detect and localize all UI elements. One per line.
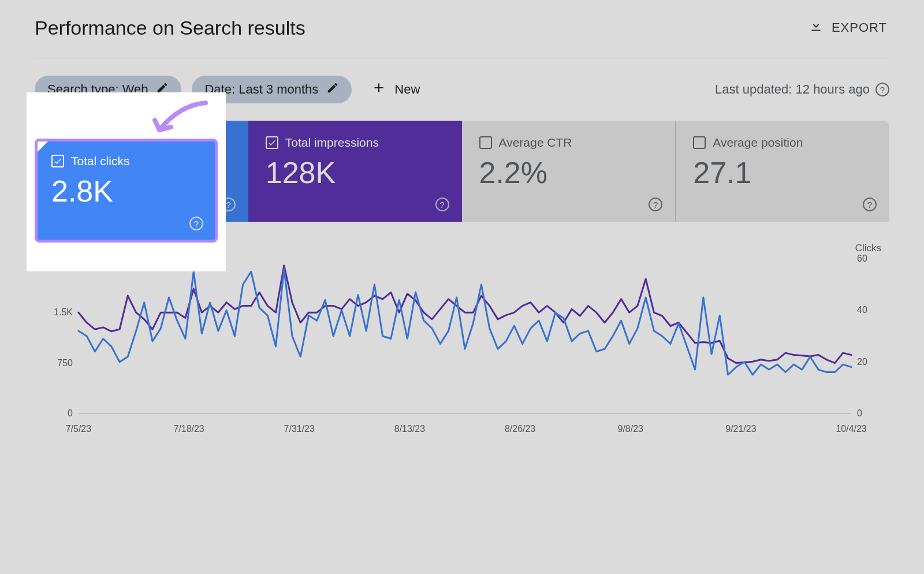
card-impressions-label: Total impressions <box>285 136 379 150</box>
svg-text:9/8/23: 9/8/23 <box>618 424 643 434</box>
card-impressions-value: 128K <box>266 155 445 190</box>
help-icon[interactable]: ? <box>875 83 889 96</box>
checkbox-icon <box>266 136 278 149</box>
svg-text:0: 0 <box>68 408 73 418</box>
card-average-position[interactable]: Average position 27.1 ? <box>676 121 889 222</box>
svg-text:7/18/23: 7/18/23 <box>173 424 204 434</box>
svg-text:8/13/23: 8/13/23 <box>394 424 425 434</box>
page-title: Performance on Search results <box>35 17 305 39</box>
card-clicks-label: Total clicks <box>71 154 130 168</box>
svg-text:750: 750 <box>57 358 73 368</box>
arrow-icon <box>148 98 217 144</box>
last-updated-text: Last updated: 12 hours ago <box>715 82 870 97</box>
card-position-value: 27.1 <box>693 155 872 190</box>
help-icon[interactable]: ? <box>189 217 203 230</box>
help-icon[interactable]: ? <box>435 197 449 211</box>
checkbox-icon <box>479 136 492 149</box>
download-icon <box>808 18 824 37</box>
checkbox-icon <box>693 136 706 149</box>
plus-icon <box>371 80 386 99</box>
export-label: EXPORT <box>832 20 887 35</box>
svg-text:0: 0 <box>857 408 862 418</box>
edit-icon <box>326 81 339 98</box>
chart-svg: 07501.5K2.3K02040607/5/237/18/237/31/238… <box>38 246 886 437</box>
svg-text:1.5K: 1.5K <box>54 307 73 317</box>
svg-text:60: 60 <box>857 254 867 263</box>
card-total-impressions[interactable]: Total impressions 128K ? <box>248 121 462 222</box>
card-clicks-value: 2.8K <box>51 174 201 208</box>
svg-text:7/31/23: 7/31/23 <box>284 424 315 434</box>
card-average-ctr[interactable]: Average CTR 2.2% ? <box>462 121 676 222</box>
export-button[interactable]: EXPORT <box>806 14 889 42</box>
svg-text:40: 40 <box>857 305 867 315</box>
svg-text:8/26/23: 8/26/23 <box>505 424 535 434</box>
checkbox-icon <box>51 155 64 167</box>
add-filter-button[interactable]: New <box>362 74 429 105</box>
card-ctr-label: Average CTR <box>499 136 572 150</box>
highlight-overlay: Total clicks 2.8K ? <box>27 92 226 271</box>
axis-title-clicks: Clicks <box>855 243 881 254</box>
last-updated: Last updated: 12 hours ago ? <box>715 82 889 97</box>
svg-text:7/5/23: 7/5/23 <box>66 424 91 434</box>
svg-text:10/4/23: 10/4/23 <box>836 424 866 434</box>
card-total-clicks-highlight[interactable]: Total clicks 2.8K ? <box>35 139 218 243</box>
svg-text:20: 20 <box>857 357 867 367</box>
card-position-label: Average position <box>713 136 803 150</box>
card-ctr-value: 2.2% <box>479 155 658 190</box>
help-icon[interactable]: ? <box>649 197 662 211</box>
help-icon[interactable]: ? <box>863 197 877 211</box>
performance-chart: Impressions Clicks 07501.5K2.3K02040607/… <box>35 246 889 439</box>
svg-text:9/21/23: 9/21/23 <box>725 424 756 434</box>
new-label: New <box>394 82 420 97</box>
